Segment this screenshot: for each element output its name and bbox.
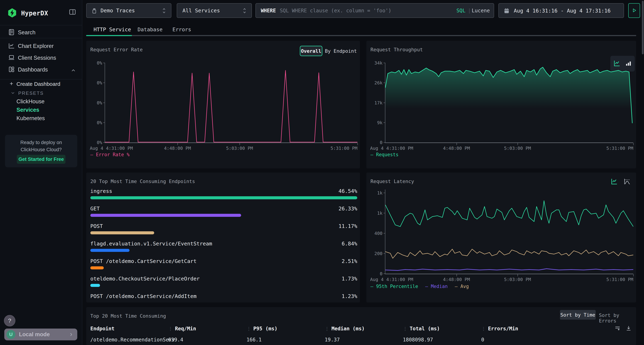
- brand-title: HyperDX: [21, 10, 48, 17]
- table-cell: 166.1: [246, 337, 262, 343]
- endpoint-row[interactable]: flagd.evaluation.v1.Service/EventStream …: [90, 241, 357, 256]
- endpoint-row[interactable]: GET 26.33%: [90, 206, 357, 221]
- panel-request-throughput: Request Throughput 34k26k17k9k0Aug 4 4:3…: [366, 41, 636, 168]
- local-mode-label: Local mode: [19, 331, 50, 338]
- panel-title: Request Throughput: [370, 47, 423, 52]
- y-tick-label: 1k: [377, 190, 382, 195]
- endpoint-row[interactable]: POST /oteldemo.CartService/AddItem 1.23%: [90, 293, 357, 303]
- y-tick-label: 200: [374, 251, 382, 256]
- column-header[interactable]: ⋮P95 (ms): [246, 326, 278, 332]
- endpoint-row[interactable]: POST 11.17%: [90, 223, 357, 238]
- source-select[interactable]: Demo Traces: [86, 3, 172, 18]
- service-select[interactable]: All Services: [177, 3, 252, 18]
- tab-database[interactable]: Database: [138, 26, 162, 32]
- sidebar-item-label: Chart Explorer: [18, 43, 54, 49]
- run-query-button[interactable]: [628, 3, 640, 18]
- column-header[interactable]: ⋮Median (ms): [325, 326, 364, 332]
- column-handle[interactable]: ⋮: [168, 326, 173, 332]
- table-cell: 0: [481, 337, 484, 343]
- overall-toggle-button[interactable]: Overall: [300, 46, 322, 56]
- column-header[interactable]: ⋮Req/Min: [168, 326, 196, 332]
- sidebar-item-dashboards[interactable]: Dashboards: [0, 64, 82, 75]
- sidebar-item-kubernetes[interactable]: Kubernetes: [16, 115, 45, 122]
- create-dashboard-label: Create Dashboard: [16, 81, 60, 87]
- table-cell: 639.4: [168, 337, 183, 343]
- sidebar-item-chart-explorer[interactable]: Chart Explorer: [0, 40, 82, 52]
- column-header[interactable]: ⋮Errors/Min: [481, 326, 518, 332]
- sidebar-item-label: Search: [18, 29, 36, 36]
- x-axis-label: 5:03:00 PM: [226, 146, 253, 151]
- table-cell: /oteldemo.RecommendationServ: [90, 337, 175, 343]
- y-tick-label: 1k: [377, 210, 382, 216]
- date-range-value: Aug 4 16:31:16 - Aug 4 17:31:16: [514, 8, 610, 14]
- source-select-value: Demo Traces: [100, 7, 135, 13]
- column-handle[interactable]: ⋮: [481, 326, 486, 332]
- table-cell: 19.37: [325, 337, 340, 343]
- column-handle[interactable]: ⋮: [325, 326, 329, 332]
- endpoint-percent: 6.84%: [342, 241, 357, 247]
- legend-item: — 95th Percentile: [370, 284, 418, 289]
- clickhouse-cloud-card: Ready to deploy on ClickHouse Cloud? Get…: [5, 135, 77, 167]
- sort-by-time-button[interactable]: Sort by Time: [560, 310, 596, 320]
- y-tick-label: 400: [374, 231, 382, 236]
- panel-title: Request Latency: [370, 179, 414, 184]
- download-icon[interactable]: [626, 325, 632, 332]
- sidebar-item-client-sessions[interactable]: Client Sessions: [0, 52, 82, 64]
- hyperdx-logo-icon: [7, 8, 17, 18]
- chevron-right-icon: ›: [70, 330, 72, 338]
- endpoint-percent: 46.54%: [338, 188, 357, 194]
- sidebar-item-label: Dashboards: [18, 66, 48, 73]
- legend-item: — Error Rate %: [90, 152, 130, 157]
- x-axis-label: 5:31:00 PM: [330, 146, 358, 151]
- brand[interactable]: HyperDX: [7, 8, 48, 18]
- tab-http-service[interactable]: HTTP Service: [94, 26, 131, 32]
- sort-by-errors-button[interactable]: Sort by Errors: [599, 313, 636, 324]
- date-range-picker[interactable]: Aug 4 16:31:16 - Aug 4 17:31:16: [498, 3, 624, 18]
- local-mode-button[interactable]: U Local mode ›: [4, 329, 77, 340]
- help-button[interactable]: ?: [4, 315, 16, 327]
- chevron-down-icon: [10, 90, 16, 96]
- by-endpoint-toggle[interactable]: By Endpoint: [325, 48, 357, 54]
- get-started-button[interactable]: Get Started for Free: [17, 155, 66, 164]
- sidebar-item-search[interactable]: Search: [0, 27, 82, 38]
- chart-legend: — 95th Percentile— Median— Avg: [370, 284, 469, 289]
- column-header[interactable]: Endpoint: [90, 326, 114, 332]
- x-axis-label: 5:31:00 PM: [606, 277, 633, 282]
- panel-title: 20 Top Most Time Consuming Endpoints: [90, 179, 195, 184]
- presets-toggle[interactable]: PRESETS: [0, 89, 82, 97]
- x-axis-label: Aug 4 4:31:00 PM: [370, 277, 413, 282]
- chevron-up-icon[interactable]: [70, 67, 76, 74]
- column-handle[interactable]: ⋮: [246, 326, 251, 332]
- endpoint-row[interactable]: ingress 46.54%: [90, 188, 357, 203]
- x-axis-label: 5:03:00 PM: [504, 146, 531, 151]
- y-tick-label: 0: [380, 140, 382, 145]
- latency-chart[interactable]: 1k1k4002000Aug 4 4:31:00 PM4:48:00 PM5:0…: [385, 189, 633, 274]
- sql-mode-toggle[interactable]: SQL: [456, 8, 466, 13]
- endpoint-label: POST: [90, 223, 103, 229]
- lucene-mode-toggle[interactable]: Lucene: [472, 8, 490, 13]
- column-header[interactable]: ⋮Total (ms): [403, 326, 440, 332]
- endpoint-percent: 2.51%: [342, 258, 357, 264]
- y-tick-label: 0%: [97, 100, 102, 105]
- column-handle[interactable]: ⋮: [403, 326, 408, 332]
- wrap-text-icon[interactable]: [614, 325, 621, 332]
- search-placeholder: SQL WHERE clause (ex. column = 'foo'): [280, 8, 392, 13]
- create-dashboard-button[interactable]: + Create Dashboard: [0, 79, 82, 88]
- sidebar-item-services[interactable]: Services: [16, 107, 39, 113]
- search-input[interactable]: WHERE SQL WHERE clause (ex. column = 'fo…: [256, 3, 494, 18]
- sidebar: HyperDX Search Chart Explorer Client Ses…: [0, 0, 82, 345]
- histogram-icon[interactable]: [623, 178, 631, 186]
- error-rate-chart[interactable]: 0%0%0%0%0%Aug 4 4:31:00 PM4:48:00 PM5:03…: [105, 63, 358, 143]
- throughput-chart[interactable]: 34k26k17k9k0Aug 4 4:31:00 PM4:48:00 PM5:…: [385, 63, 633, 143]
- endpoint-row[interactable]: oteldemo.CheckoutService/PlaceOrder 1.73…: [90, 276, 357, 291]
- panel-top-20-table: Top 20 Most Time Consuming Sort by Time …: [86, 307, 636, 345]
- tab-errors[interactable]: Errors: [172, 26, 191, 32]
- cloud-card-line2: ClickHouse Cloud?: [5, 147, 77, 152]
- service-select-value: All Services: [182, 7, 220, 13]
- endpoint-percent: 11.17%: [338, 223, 357, 229]
- sidebar-collapse-icon[interactable]: [69, 8, 76, 16]
- line-chart-icon[interactable]: [610, 178, 618, 186]
- sidebar-item-clickhouse[interactable]: ClickHouse: [16, 98, 44, 105]
- scrollbar[interactable]: [642, 1, 644, 54]
- endpoint-row[interactable]: POST /oteldemo.CartService/GetCart 2.51%: [90, 258, 357, 273]
